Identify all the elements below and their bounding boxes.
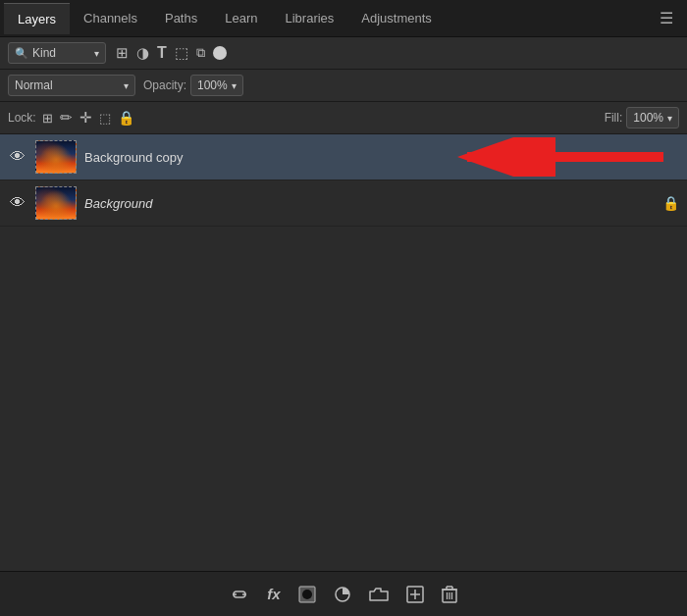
blend-mode-value: Normal xyxy=(15,78,53,92)
bottom-toolbar: fx xyxy=(0,571,687,616)
lock-move-icon[interactable]: ✛ xyxy=(79,109,92,127)
new-layer-icon[interactable] xyxy=(406,586,424,603)
fill-input[interactable]: 100% ▾ xyxy=(626,107,679,128)
layer-lock-icon: 🔒 xyxy=(662,195,679,211)
new-fill-icon[interactable] xyxy=(334,586,351,603)
kind-label: Kind xyxy=(32,46,56,60)
lock-all-icon[interactable]: 🔒 xyxy=(118,110,134,126)
layer-effects-icon[interactable]: fx xyxy=(267,586,280,602)
shape-filter-icon[interactable]: ⬚ xyxy=(175,44,188,62)
opacity-label: Opacity: xyxy=(143,78,186,92)
layer-row[interactable]: 👁 Background copy xyxy=(0,134,687,180)
lock-label: Lock: xyxy=(8,111,36,125)
delete-layer-icon[interactable] xyxy=(442,586,457,603)
lock-pixels-icon[interactable]: ⊞ xyxy=(42,111,53,126)
panel-menu-icon[interactable]: ☰ xyxy=(650,9,683,27)
tab-learn[interactable]: Learn xyxy=(211,3,271,33)
lock-icons-group: ⊞ ✏ ✛ ⬚ 🔒 xyxy=(42,109,134,127)
blend-mode-select[interactable]: Normal ▾ xyxy=(8,75,135,96)
opacity-chevron: ▾ xyxy=(232,80,237,91)
lock-artboard-icon[interactable]: ⬚ xyxy=(99,111,111,126)
layer-thumbnail xyxy=(35,140,77,174)
blend-mode-chevron: ▾ xyxy=(124,80,129,91)
layer-name: Background xyxy=(84,196,655,211)
blend-row: Normal ▾ Opacity: 100% ▾ xyxy=(0,70,687,102)
tab-libraries[interactable]: Libraries xyxy=(271,3,347,33)
layer-visibility-toggle[interactable]: 👁 xyxy=(8,148,27,166)
fill-group: Fill: 100% ▾ xyxy=(605,107,679,128)
tab-paths[interactable]: Paths xyxy=(151,3,211,33)
adjustment-filter-icon[interactable]: ◑ xyxy=(136,44,149,62)
layer-visibility-toggle[interactable]: 👁 xyxy=(8,194,27,212)
mode-indicator[interactable] xyxy=(213,46,227,60)
filter-toolbar: 🔍 Kind ▾ ⊞ ◑ T ⬚ ⧉ xyxy=(0,37,687,70)
opacity-val: 100% xyxy=(197,78,228,92)
filter-icons: ⊞ ◑ T ⬚ ⧉ xyxy=(116,44,227,62)
lock-paint-icon[interactable]: ✏ xyxy=(60,109,73,127)
kind-chevron-icon: ▾ xyxy=(94,48,99,59)
pixel-filter-icon[interactable]: ⊞ xyxy=(116,44,129,62)
tab-channels[interactable]: Channels xyxy=(70,3,151,33)
lock-row: Lock: ⊞ ✏ ✛ ⬚ 🔒 Fill: 100% ▾ xyxy=(0,102,687,134)
tab-bar: Layers Channels Paths Learn Libraries Ad… xyxy=(0,0,687,37)
type-filter-icon[interactable]: T xyxy=(157,44,167,62)
kind-select[interactable]: 🔍 Kind ▾ xyxy=(8,42,106,64)
fill-val: 100% xyxy=(633,111,663,125)
opacity-input[interactable]: 100% ▾ xyxy=(190,75,243,96)
layer-name: Background copy xyxy=(84,150,679,165)
tab-adjustments[interactable]: Adjustments xyxy=(347,3,446,33)
svg-point-3 xyxy=(302,590,312,599)
link-layers-icon[interactable] xyxy=(230,587,249,602)
add-mask-icon[interactable] xyxy=(298,586,316,603)
fill-chevron: ▾ xyxy=(667,113,672,124)
search-icon: 🔍 xyxy=(15,47,28,60)
layers-panel: 👁 Background copy 👁 Background 🔒 xyxy=(0,134,687,557)
layer-thumbnail xyxy=(35,186,77,220)
new-group-icon[interactable] xyxy=(369,587,389,602)
smart-object-filter-icon[interactable]: ⧉ xyxy=(196,45,205,61)
fill-label: Fill: xyxy=(605,111,623,125)
opacity-group: Opacity: 100% ▾ xyxy=(143,75,243,96)
layer-row[interactable]: 👁 Background 🔒 xyxy=(0,180,687,227)
tab-layers[interactable]: Layers xyxy=(4,3,70,34)
